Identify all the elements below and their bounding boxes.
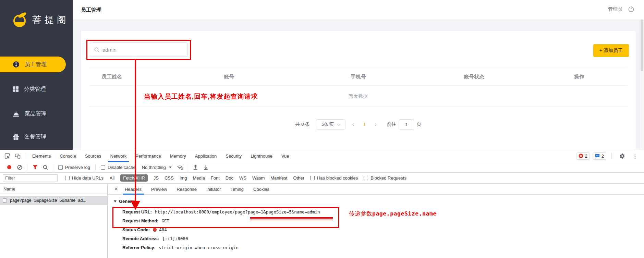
console-messages-badge[interactable]: 2 <box>593 152 606 160</box>
current-page-number[interactable]: 1 <box>361 122 368 127</box>
status-code-value: 404 <box>159 227 167 232</box>
goto-label: 前往 <box>387 121 396 127</box>
devtools-tab-vue[interactable]: Vue <box>277 150 294 162</box>
checkbox[interactable] <box>65 176 70 180</box>
devtools-tab-console[interactable]: Console <box>55 150 81 162</box>
filter-type-img[interactable]: Img <box>180 175 187 181</box>
detail-tab-initiator[interactable]: Initiator <box>202 184 226 195</box>
request-url-row: Request URL: http://localhost:8080/emplo… <box>122 207 644 216</box>
more-options-kebab-icon[interactable]: ⋮ <box>630 152 640 160</box>
sidebar-item-categories[interactable]: 分类管理 <box>0 81 73 97</box>
logout-power-icon[interactable] <box>628 6 634 12</box>
screen: 菩提阁 员工管理 分类管理 菜品管 <box>0 0 644 258</box>
sidebar-item-label: 菜品管理 <box>25 110 47 118</box>
page-scrollbar[interactable] <box>640 0 644 150</box>
filter-type-wasm[interactable]: Wasm <box>252 175 265 181</box>
network-conditions-icon[interactable] <box>175 163 185 172</box>
message-icon <box>595 154 600 158</box>
filter-type-media[interactable]: Media <box>193 175 205 181</box>
filter-type-js[interactable]: JS <box>154 175 159 181</box>
search-network-icon[interactable] <box>40 163 50 172</box>
status-code-label: Status Code: <box>122 227 150 232</box>
devtools-panel: Elements Console Sources Network Perform… <box>0 150 644 258</box>
checkbox[interactable] <box>101 165 105 170</box>
table-header-row: 员工姓名 账号 手机号 账号状态 操作 <box>89 68 628 86</box>
general-section-header[interactable]: General <box>114 199 644 204</box>
page-size-value: 5条/页 <box>321 121 334 127</box>
export-har-icon[interactable] <box>201 163 211 172</box>
network-body: Name page?page=1&pageSize=5&name=ad... ×… <box>0 184 644 258</box>
add-employee-button[interactable]: + 添加员工 <box>593 44 629 57</box>
blocked-requests-checkbox[interactable]: Blocked Requests <box>364 175 406 181</box>
chevron-down-icon <box>337 122 341 126</box>
checkbox[interactable] <box>364 176 368 180</box>
import-har-icon[interactable] <box>191 163 201 172</box>
network-toolbar: Preserve log Disable cache No throttling <box>0 162 644 173</box>
device-toolbar-icon[interactable] <box>12 151 23 160</box>
devtools-tab-performance[interactable]: Performance <box>131 150 165 162</box>
settings-gear-icon[interactable] <box>617 151 627 160</box>
checkbox[interactable] <box>310 176 315 180</box>
console-errors-badge[interactable]: 2 <box>576 152 590 160</box>
hide-data-urls-checkbox[interactable]: Hide data URLs <box>65 175 104 181</box>
checkbox[interactable] <box>58 165 63 170</box>
remote-address-row: Remote Address: [::1]:8080 <box>122 234 644 243</box>
prev-page-button[interactable]: ‹ <box>350 121 356 128</box>
divider <box>188 164 188 170</box>
devtools-tab-memory[interactable]: Memory <box>166 150 191 162</box>
devtools-tab-sources[interactable]: Sources <box>81 150 106 162</box>
detail-tab-response[interactable]: Response <box>172 184 202 195</box>
error-icon <box>579 153 583 158</box>
has-blocked-cookies-label: Has blocked cookies <box>317 175 358 181</box>
filter-type-css[interactable]: CSS <box>165 175 174 181</box>
detail-tab-timing[interactable]: Timing <box>226 184 249 195</box>
throttling-select[interactable]: No throttling <box>142 165 172 170</box>
page-size-select[interactable]: 5条/页 <box>316 119 345 130</box>
filter-type-ws[interactable]: WS <box>239 175 246 181</box>
request-row[interactable]: page?page=1&pageSize=5&name=ad... <box>0 196 107 205</box>
detail-tab-headers[interactable]: Headers <box>120 184 146 195</box>
devtools-tab-network[interactable]: Network <box>106 150 131 162</box>
request-method-label: Request Method: <box>122 218 158 223</box>
devtools-tab-elements[interactable]: Elements <box>28 150 55 162</box>
filter-type-doc[interactable]: Doc <box>226 175 233 181</box>
caret-down-icon <box>169 167 172 168</box>
page-title: 员工管理 <box>81 7 101 13</box>
preserve-log-checkbox[interactable]: Preserve log <box>58 165 90 170</box>
employee-search-input[interactable] <box>102 47 183 53</box>
sidebar-item-employees[interactable]: 员工管理 <box>0 57 66 72</box>
blocked-requests-label: Blocked Requests <box>370 175 406 181</box>
devtools-tab-lighthouse[interactable]: Lighthouse <box>246 150 277 162</box>
request-method-value: GET <box>161 218 169 223</box>
devtools-tab-security[interactable]: Security <box>221 150 246 162</box>
request-url-value: http://localhost:8080/employee/page?page… <box>155 209 320 214</box>
clear-log-icon[interactable] <box>14 163 25 172</box>
checkbox[interactable] <box>3 198 7 202</box>
referrer-policy-label: Referrer Policy: <box>122 245 156 250</box>
logo-text: 菩提阁 <box>32 14 69 26</box>
scrollbar-thumb[interactable] <box>641 20 643 71</box>
filter-funnel-icon[interactable] <box>30 163 40 172</box>
inspect-element-icon[interactable] <box>2 151 12 160</box>
next-page-button[interactable]: › <box>373 121 379 128</box>
has-blocked-cookies-checkbox[interactable]: Has blocked cookies <box>310 175 358 181</box>
filter-type-manifest[interactable]: Manifest <box>270 175 287 181</box>
divider <box>27 164 27 170</box>
disable-cache-label: Disable cache <box>108 165 136 170</box>
filter-input[interactable] <box>3 174 58 182</box>
goto-page-input[interactable] <box>399 119 414 130</box>
table-body: 暂无数据 当输入员工姓名,回车,将发起查询请求 <box>89 86 628 107</box>
filter-type-other[interactable]: Other <box>293 175 304 181</box>
filter-type-all[interactable]: All <box>110 175 114 181</box>
detail-tab-cookies[interactable]: Cookies <box>248 184 274 195</box>
record-button[interactable] <box>7 165 11 169</box>
sidebar-item-dishes[interactable]: 菜品管理 <box>0 106 73 122</box>
filter-type-fetch-xhr[interactable]: Fetch/XHR <box>120 174 148 182</box>
sidebar-item-combos[interactable]: 套餐管理 <box>0 129 73 145</box>
filter-type-font[interactable]: Font <box>211 175 220 181</box>
divider <box>53 164 53 170</box>
disable-cache-checkbox[interactable]: Disable cache <box>101 165 136 170</box>
detail-tab-preview[interactable]: Preview <box>146 184 172 195</box>
close-icon[interactable]: × <box>112 186 120 193</box>
devtools-tab-application[interactable]: Application <box>191 150 221 162</box>
